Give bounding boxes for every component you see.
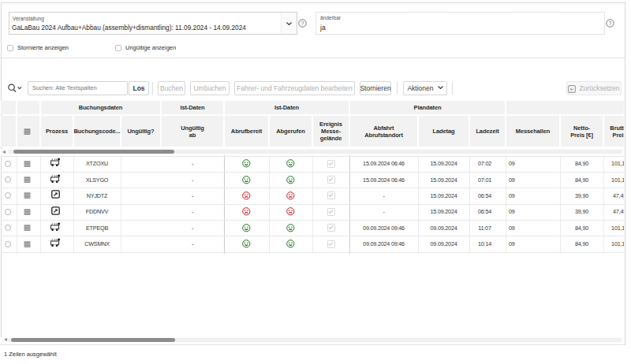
svg-text:?: ? [301,20,304,26]
svg-text:?: ? [609,20,612,26]
